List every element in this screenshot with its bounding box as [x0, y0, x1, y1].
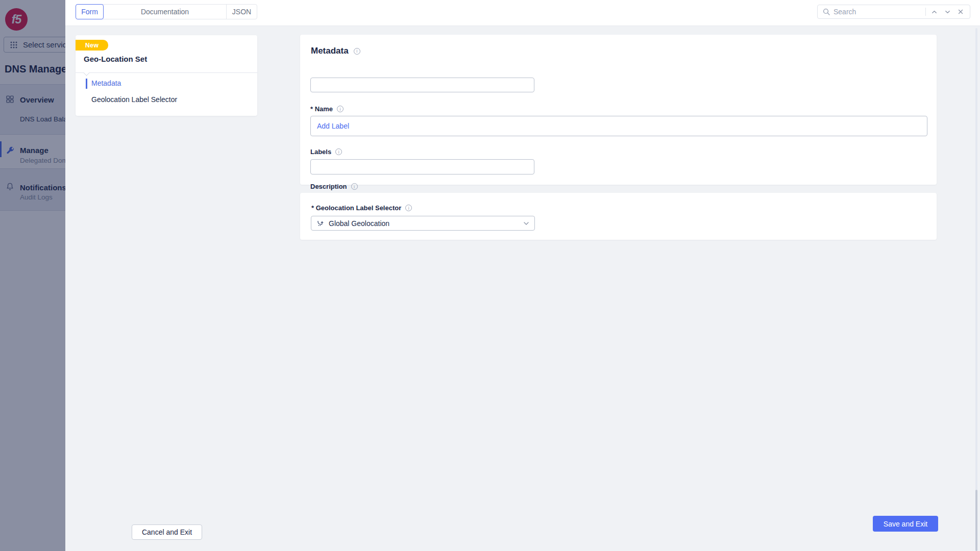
info-icon[interactable] — [351, 183, 358, 190]
description-input[interactable] — [310, 159, 534, 174]
selector-icon — [316, 219, 324, 227]
screen: f5 Select service DNS Management Overvie… — [0, 0, 980, 551]
info-icon[interactable] — [354, 48, 360, 55]
search-input[interactable] — [834, 8, 922, 16]
info-icon[interactable] — [405, 205, 412, 211]
selector-label: * Geolocation Label Selector — [311, 204, 401, 212]
wizard-nav-card: New Geo-Location Set Metadata Geolocatio… — [76, 35, 257, 116]
clear-search-button[interactable] — [955, 7, 966, 17]
find-next-button[interactable] — [942, 7, 952, 17]
search-bar — [817, 5, 970, 19]
scrollbar-thumb[interactable] — [975, 490, 977, 551]
tab-json[interactable]: JSON — [226, 5, 257, 19]
info-icon[interactable] — [337, 106, 344, 112]
name-label: * Name — [310, 105, 333, 113]
selector-label-row: * Geolocation Label Selector — [311, 204, 412, 212]
close-icon — [958, 9, 964, 15]
labels-label: Labels — [310, 148, 331, 156]
chevron-up-icon — [931, 9, 938, 15]
tab-form[interactable]: Form — [76, 4, 104, 19]
geo-location-set-modal: Form Documentation JSON — [65, 0, 980, 551]
active-step-indicator — [86, 79, 87, 89]
labels-input-box[interactable]: Add Label — [310, 116, 927, 136]
add-label-button[interactable]: Add Label — [317, 122, 349, 130]
modal-overlay — [0, 0, 65, 551]
tab-documentation[interactable]: Documentation — [104, 5, 226, 19]
divider — [925, 8, 926, 16]
metadata-section-card: Metadata * Name Labels Add Label Descrip… — [300, 35, 937, 185]
selector-section-card: * Geolocation Label Selector Global Geol… — [300, 193, 937, 240]
sidebar: f5 Select service DNS Management Overvie… — [0, 0, 65, 551]
step-geolocation-label-selector[interactable]: Geolocation Label Selector — [91, 95, 177, 104]
chevron-down-icon — [523, 221, 529, 226]
selected-value: Global Geolocation — [329, 219, 519, 228]
view-tabs: Form Documentation JSON — [76, 4, 257, 19]
description-label-row: Description — [310, 183, 358, 190]
modal-topbar: Form Documentation JSON — [65, 0, 980, 26]
info-icon[interactable] — [335, 148, 342, 155]
cancel-and-exit-button[interactable]: Cancel and Exit — [132, 524, 202, 540]
find-previous-button[interactable] — [929, 7, 939, 17]
metadata-heading: Metadata — [311, 46, 349, 56]
labels-label-row: Labels — [310, 148, 342, 156]
object-type-title: Geo-Location Set — [84, 55, 147, 63]
divider — [76, 72, 257, 73]
metadata-heading-row: Metadata — [311, 46, 360, 56]
name-input[interactable] — [310, 78, 534, 92]
search-icon — [822, 8, 830, 16]
new-badge: New — [76, 40, 108, 51]
chevron-down-icon — [944, 9, 951, 15]
name-label-row: * Name — [310, 105, 344, 113]
save-and-exit-button[interactable]: Save and Exit — [873, 516, 938, 532]
geolocation-selector-dropdown[interactable]: Global Geolocation — [311, 216, 535, 231]
caret-notch — [83, 69, 90, 76]
scrollbar-track[interactable] — [975, 28, 977, 548]
description-label: Description — [310, 183, 347, 190]
step-metadata[interactable]: Metadata — [91, 79, 121, 87]
